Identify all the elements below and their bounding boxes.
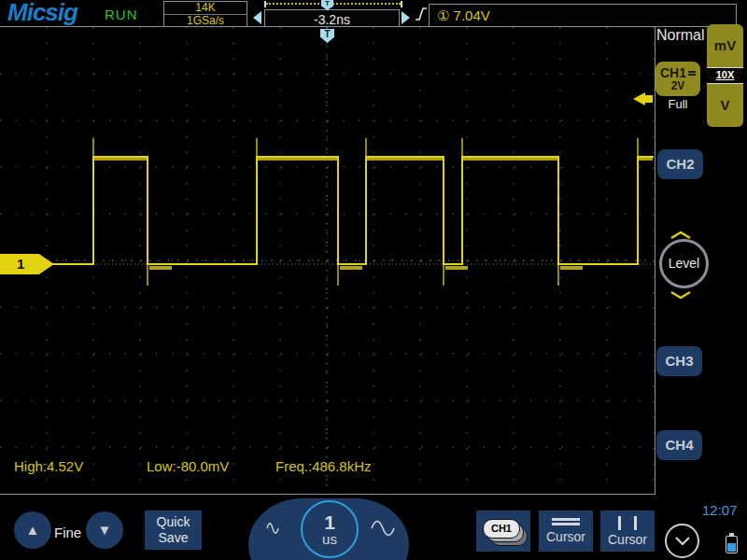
trigger-level-knob[interactable]: Level — [659, 239, 709, 288]
horizontal-cursor-icon — [552, 516, 580, 527]
micsig-logo: Micsig — [7, 0, 78, 27]
fine-adjust-label: Fine — [54, 525, 81, 540]
trigger-arrow-tail — [645, 95, 653, 103]
vertical-scale-control: mV 10X V — [707, 24, 743, 127]
trigger-mode-label: Normal — [656, 27, 705, 44]
horizontal-cursor-button[interactable]: Cursor — [539, 511, 593, 552]
clock: 12:07 — [702, 502, 738, 518]
channel1-scale: 2V — [671, 79, 685, 92]
quick-save-line2: Save — [159, 530, 189, 546]
scale-mv-button[interactable]: mV — [707, 24, 743, 67]
memory-depth: 14K — [164, 2, 247, 15]
timebase-zoom-out-icon[interactable] — [265, 521, 280, 539]
channel-drag-button[interactable]: CH1 — [476, 511, 530, 552]
timebase-value-button[interactable]: 1 us — [301, 500, 359, 558]
stacked-channel-label: CH1 — [483, 519, 520, 539]
acquisition-info-box: 14K 1GSa/s — [163, 1, 247, 27]
stacked-channel-icon: CH1 — [476, 511, 530, 552]
trigger-level-readout[interactable]: ① 7.04V — [429, 4, 737, 27]
scale-v-button[interactable]: V — [707, 84, 743, 127]
channel4-button[interactable]: CH4 — [656, 430, 702, 460]
probe-attenuation-label[interactable]: 10X — [707, 67, 743, 84]
pan-right-icon[interactable] — [402, 11, 410, 24]
vertical-cursor-button[interactable]: Cursor — [600, 511, 655, 552]
battery-icon — [726, 533, 738, 553]
horizontal-position-scrollbar[interactable] — [264, 1, 402, 7]
channel1-bandwidth-label: Full — [655, 97, 700, 111]
trigger-arrow-tip — [633, 92, 645, 105]
step-down-button[interactable]: ▼ — [86, 511, 123, 549]
chevron-down-icon — [672, 534, 693, 549]
trigger-slope-icon[interactable] — [414, 6, 429, 26]
vertical-cursor-label: Cursor — [608, 532, 647, 547]
waveform-grid-and-trace — [0, 27, 655, 494]
run-status[interactable]: RUN — [105, 7, 138, 22]
timebase-zoom-in-icon[interactable] — [370, 519, 396, 541]
channel3-button[interactable]: CH3 — [656, 346, 702, 376]
coupling-icon — [688, 70, 696, 77]
waveform-overview-line — [266, 3, 401, 5]
channel1-label: CH1 — [660, 65, 686, 80]
measurement-low: Low:-80.0mV — [147, 458, 229, 474]
oscilloscope-screen: { "colors": { "accent_yellow": "#e3d311"… — [0, 0, 747, 560]
waveform-display-area[interactable]: 1 High:4.52V Low:-80.0mV Freq.:486.8kHz — [0, 26, 655, 495]
quick-save-line1: Quick — [157, 514, 190, 530]
measurement-high: High:4.52V — [14, 458, 83, 474]
channel1-button[interactable]: CH1 2V — [655, 62, 700, 96]
level-down-chevron-icon[interactable] — [669, 287, 692, 303]
pan-left-icon[interactable] — [253, 11, 261, 24]
timebase-unit: us — [322, 532, 337, 546]
trigger-level-arrow-icon[interactable] — [633, 92, 653, 105]
horizontal-cursor-label: Cursor — [546, 529, 585, 544]
quick-save-button[interactable]: Quick Save — [145, 511, 202, 550]
step-up-button[interactable]: ▲ — [14, 511, 51, 549]
channel2-button[interactable]: CH2 — [657, 149, 703, 179]
timebase-value: 1 — [324, 513, 335, 532]
measurement-freq: Freq.:486.8kHz — [275, 458, 372, 474]
vertical-cursor-icon — [618, 516, 637, 530]
collapse-menu-button[interactable] — [665, 524, 699, 558]
